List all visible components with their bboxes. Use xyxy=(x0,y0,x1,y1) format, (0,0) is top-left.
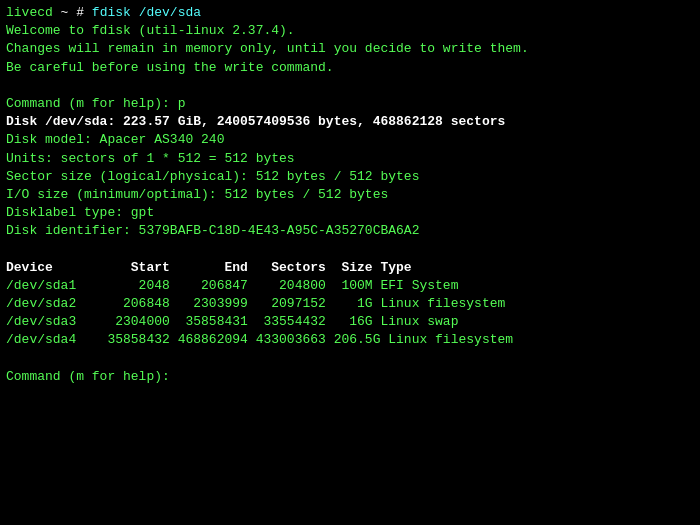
prompt-user: livecd xyxy=(6,5,53,20)
welcome-line: Welcome to fdisk (util-linux 2.37.4). xyxy=(6,22,694,40)
terminal-window: livecd ~ # fdisk /dev/sda Welcome to fdi… xyxy=(0,0,700,525)
disk-identifier-line: Disk identifier: 5379BAFB-C18D-4E43-A95C… xyxy=(6,222,694,240)
partition1-line: /dev/sda1 2048 206847 204800 100M EFI Sy… xyxy=(6,277,694,295)
blank-line-3 xyxy=(6,350,694,368)
disklabel-line: Disklabel type: gpt xyxy=(6,204,694,222)
prompt-tilde: ~ xyxy=(53,5,76,20)
prompt-line: livecd ~ # fdisk /dev/sda xyxy=(6,4,694,22)
command-help-line: Command (m for help): p xyxy=(6,95,694,113)
disk-model-line: Disk model: Apacer AS340 240 xyxy=(6,131,694,149)
careful-note-line: Be careful before using the write comman… xyxy=(6,59,694,77)
prompt-hash: # xyxy=(76,5,92,20)
partition2-line: /dev/sda2 206848 2303999 2097152 1G Linu… xyxy=(6,295,694,313)
blank-line-2 xyxy=(6,240,694,258)
disk-info-line: Disk /dev/sda: 223.57 GiB, 240057409536 … xyxy=(6,113,694,131)
io-size-line: I/O size (minimum/optimal): 512 bytes / … xyxy=(6,186,694,204)
blank-line-1 xyxy=(6,77,694,95)
partition3-line: /dev/sda3 2304000 35858431 33554432 16G … xyxy=(6,313,694,331)
changes-note-line: Changes will remain in memory only, unti… xyxy=(6,40,694,58)
command-text: fdisk /dev/sda xyxy=(92,5,201,20)
table-header-line: Device Start End Sectors Size Type xyxy=(6,259,694,277)
final-prompt-line[interactable]: Command (m for help): xyxy=(6,368,694,386)
sector-size-line: Sector size (logical/physical): 512 byte… xyxy=(6,168,694,186)
units-line: Units: sectors of 1 * 512 = 512 bytes xyxy=(6,150,694,168)
partition4-line: /dev/sda4 35858432 468862094 433003663 2… xyxy=(6,331,694,349)
